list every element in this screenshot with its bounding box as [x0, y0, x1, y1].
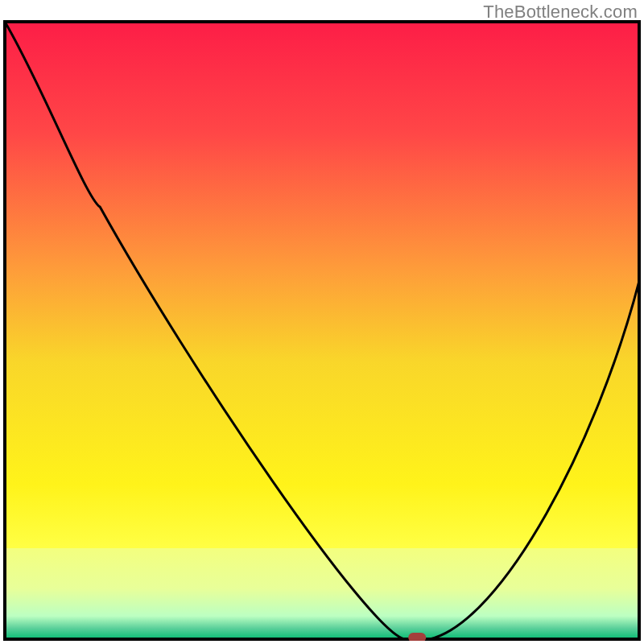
gradient-background	[6, 23, 638, 638]
optimum-marker	[408, 633, 426, 641]
chart-area	[3, 20, 641, 641]
chart-container: TheBottleneck.com	[0, 0, 644, 644]
bottleneck-chart-svg	[3, 20, 641, 641]
